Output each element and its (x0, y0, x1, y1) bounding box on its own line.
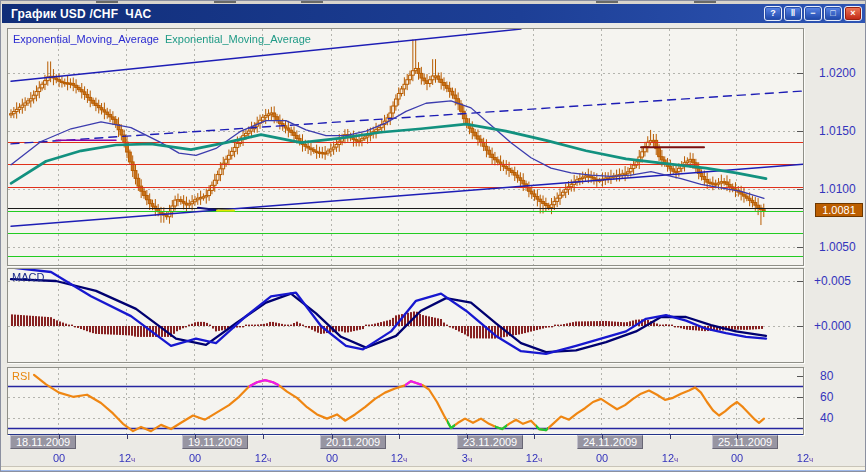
rsi-axis-label: 80 (820, 369, 833, 383)
current-price-badge: 1.0081 (815, 203, 863, 217)
time-tick-label: 12ч (110, 452, 144, 464)
bottom-strip (1, 466, 866, 472)
ema-legend-2: Exponential_Moving_Average (165, 33, 311, 45)
time-tick-label: 00 (42, 452, 76, 464)
macd-axis-label: +0.005 (814, 274, 851, 288)
time-axis-tick (602, 435, 603, 439)
price-axis-label: 1.0100 (819, 182, 856, 196)
time-tick-label: 12ч (788, 452, 822, 464)
pause-icon: ‖ (791, 8, 795, 18)
date-badge: 24.11.2009 (577, 435, 643, 449)
macd-label: MACD (12, 271, 44, 283)
rsi-panel: RSI (7, 367, 804, 435)
time-tick-label: 12ч (246, 452, 280, 464)
price-axis-label: 1.0200 (819, 66, 856, 80)
price-panel: Exponential_Moving_AverageExponential_Mo… (7, 28, 804, 266)
time-axis-tick (127, 435, 128, 439)
date-badge: 19.11.2009 (182, 435, 248, 449)
price-axis-label: 1.0050 (819, 240, 856, 254)
window-buttons: ?‖−□× (764, 6, 862, 21)
minimize-icon: − (810, 8, 815, 18)
maximize-button[interactable]: □ (824, 6, 842, 21)
minimize-button[interactable]: − (804, 6, 822, 21)
time-axis-tick (263, 435, 264, 439)
close-icon: × (850, 8, 855, 18)
time-tick-label: 12ч (653, 452, 687, 464)
time-tick-label: 00 (315, 452, 349, 464)
indicator-legend: Exponential_Moving_AverageExponential_Mo… (13, 33, 311, 45)
chart-client-area: Exponential_Moving_AverageExponential_Mo… (2, 23, 866, 466)
rsi-axis-label: 40 (820, 411, 833, 425)
rsi-axis-label: 60 (820, 390, 833, 404)
window-title: График USD /CHF ЧАС (2, 7, 151, 21)
time-tick-label: 00 (585, 452, 619, 464)
pause-button[interactable]: ‖ (784, 6, 802, 21)
time-axis-tick (737, 435, 738, 439)
time-axis-tick (332, 435, 333, 439)
date-badge: 18.11.2009 (10, 435, 76, 449)
time-axis-tick (670, 435, 671, 439)
price-axis-label: 1.0150 (819, 124, 856, 138)
macd-axis-label: +0.000 (814, 319, 851, 333)
time-tick-label: 12ч (517, 452, 551, 464)
close-button[interactable]: × (844, 6, 862, 21)
time-tick-label: 3ч (450, 452, 484, 464)
question-icon: ? (770, 8, 776, 18)
time-axis-tick (195, 435, 196, 439)
time-axis-tick (467, 435, 468, 439)
rsi-chart-plot[interactable] (8, 368, 803, 434)
date-badge: 20.11.2009 (320, 435, 386, 449)
toolbar-edge-marks (96, 1, 118, 3)
chart-window: График USD /CHF ЧАС ?‖−□× Exponential_Mo… (0, 0, 866, 472)
time-axis-tick (534, 435, 535, 439)
price-chart-plot[interactable] (8, 29, 803, 265)
macd-chart-plot[interactable] (8, 269, 803, 362)
maximize-icon: □ (830, 8, 835, 18)
ema-legend-1: Exponential_Moving_Average (13, 33, 159, 45)
macd-panel: MACD (7, 268, 804, 363)
time-axis-tick (59, 435, 60, 439)
time-tick-label: 00 (178, 452, 212, 464)
titlebar[interactable]: График USD /CHF ЧАС ?‖−□× (2, 4, 866, 23)
time-tick-label: 12ч (382, 452, 416, 464)
date-badge: 25.11.2009 (712, 435, 778, 449)
time-axis-tick (399, 435, 400, 439)
time-tick-label: 00 (720, 452, 754, 464)
help-button[interactable]: ? (764, 6, 782, 21)
rsi-label: RSI (12, 370, 30, 382)
